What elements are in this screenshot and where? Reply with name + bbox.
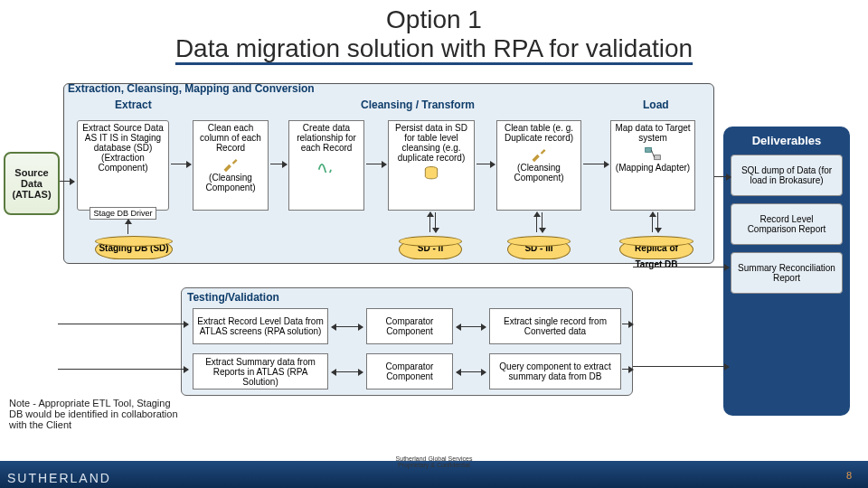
extract-box-text: Extract Source Data AS IT IS in Staging … [80, 123, 165, 173]
clean-column-sub: (Cleansing Component) [196, 173, 265, 192]
etl-header: Extraction, Cleansing, Mapping and Conve… [68, 82, 315, 95]
tv-extract-summary: Extract Summary data from Reports in ATL… [193, 353, 328, 389]
broom-icon [528, 145, 550, 163]
arrow-icon [622, 324, 633, 324]
persist-text: Persist data in SD for table level clean… [392, 123, 471, 163]
title-line2: Data migration solution with RPA for val… [0, 34, 868, 63]
arrow-icon [332, 326, 363, 327]
deliverable-3-text: Summary Reconciliation Report [735, 263, 838, 283]
map-data-text: Map data to Target system [614, 123, 692, 143]
tv-comparator-2: Comparator Component [366, 353, 453, 389]
tv-comparator-1: Comparator Component [366, 308, 453, 344]
staging-db-cyl: Staging DB (SD) [95, 239, 173, 259]
arrow-icon [633, 267, 729, 267]
phase-transform: Cleansing / Transform [361, 99, 475, 111]
arrow-icon [457, 371, 486, 372]
create-relationship-text: Create data relationship for each Record [292, 123, 361, 153]
arrow-icon [127, 220, 128, 234]
clean-table-box: Clean table (e. g. Duplicate record) (Cl… [496, 120, 581, 211]
page-number: 8 [846, 470, 852, 481]
relationship-icon [316, 155, 337, 173]
footer-confidential: Sutherland Global Services Proprietary &… [396, 455, 473, 468]
svg-rect-1 [646, 147, 652, 152]
mapping-icon [642, 145, 664, 163]
extract-box: Extract Source Data AS IT IS in Staging … [77, 120, 169, 211]
map-data-sub: (Mapping Adapter) [616, 163, 690, 173]
footer-line1: Sutherland Global Services [396, 455, 473, 462]
arrow-icon [633, 366, 729, 367]
deliverable-summary-report: Summary Reconciliation Report [731, 252, 843, 294]
deliverable-1-text: SQL dump of Data (for load in Brokasure) [735, 165, 838, 185]
arrow-icon [366, 164, 386, 164]
footer-line2: Proprietary & Confidential [396, 462, 473, 468]
title-line1: Option 1 [0, 0, 868, 34]
create-relationship-box: Create data relationship for each Record [288, 120, 364, 211]
database-icon [420, 164, 442, 183]
source-data-box: Source Data (ATLAS) [4, 152, 60, 215]
arrow-icon [622, 369, 633, 370]
stage-db-driver: Stage DB Driver [90, 207, 156, 220]
clean-table-sub: (Cleansing Component) [500, 163, 578, 183]
arrow-icon [652, 212, 653, 232]
tv-query-component: Query component to extract summary data … [489, 353, 621, 389]
broom-icon [220, 155, 241, 173]
arrow-icon [536, 212, 537, 232]
note-text: Note - Appropriate ETL Tool, Staging DB … [9, 398, 181, 430]
sd3-cyl: SD - III [507, 239, 571, 259]
arrow-icon [583, 164, 609, 164]
tv-extract-record: Extract Record Level Data from ATLAS scr… [193, 308, 328, 344]
arrow-icon [714, 176, 731, 177]
arrow-icon [476, 164, 495, 164]
arrow-icon [332, 371, 363, 372]
clean-table-text: Clean table (e. g. Duplicate record) [500, 123, 578, 143]
deliverable-record-report: Record Level Comparison Report [731, 203, 843, 245]
arrow-icon [171, 164, 191, 164]
arrow-icon [60, 181, 74, 182]
replica-cyl: Replica of Target DB [619, 239, 693, 259]
arrow-icon [429, 212, 430, 232]
deliverable-sql-dump: SQL dump of Data (for load in Brokasure) [731, 155, 843, 196]
map-data-box: Map data to Target system (Mapping Adapt… [610, 120, 695, 211]
testing-validation-container: Testing/Validation Extract Record Level … [181, 287, 633, 396]
testing-header: Testing/Validation [187, 291, 279, 304]
arrow-icon [270, 164, 287, 164]
arrow-icon [58, 324, 188, 324]
sd2-cyl: SD - II [399, 239, 462, 259]
arrow-icon [542, 212, 542, 232]
svg-rect-2 [655, 155, 661, 160]
etl-container: Extraction, Cleansing, Mapping and Conve… [63, 83, 714, 264]
persist-box: Persist data in SD for table level clean… [388, 120, 475, 211]
deliverables-title: Deliverables [729, 134, 844, 147]
arrow-icon [657, 212, 658, 232]
deliverable-2-text: Record Level Comparison Report [735, 214, 838, 234]
phase-load: Load [643, 99, 669, 111]
clean-column-text: Clean each column of each Record [196, 123, 265, 153]
clean-column-box: Clean each column of each Record (Cleans… [193, 120, 269, 211]
footer-logo: SUTHERLAND [7, 471, 111, 485]
phase-extract: Extract [115, 99, 152, 111]
arrow-icon [435, 212, 436, 232]
arrow-icon [58, 369, 188, 370]
arrow-icon [457, 326, 486, 327]
deliverables-panel: Deliverables SQL dump of Data (for load … [723, 127, 850, 416]
tv-extract-single: Extract single record from Converted dat… [489, 308, 621, 344]
